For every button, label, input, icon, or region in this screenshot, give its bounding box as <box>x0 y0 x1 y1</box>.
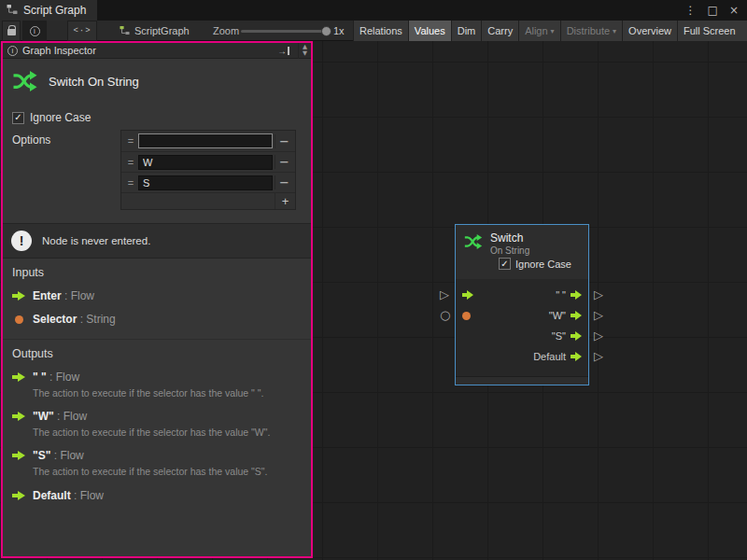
option-input-0[interactable] <box>138 133 273 148</box>
input-port-line: Enter : Flow <box>12 289 302 302</box>
switch-icon <box>463 231 484 252</box>
output-port-description: The action to execute if the selector ha… <box>33 426 302 439</box>
lock-button[interactable] <box>2 21 21 41</box>
node-port-row: Default <box>456 346 588 367</box>
toolbar: i <·> ScriptGraph Zoom 1x Relations Valu… <box>0 21 747 41</box>
node-footer <box>456 376 588 385</box>
script-graph-icon <box>7 4 18 18</box>
option-row: = − <box>121 172 295 192</box>
node-header: Switch On String ✓ Ignore Case <box>456 225 588 279</box>
output-port-line: "W" : Flow <box>12 410 302 423</box>
overview-button[interactable]: Overview <box>622 21 677 41</box>
relations-button[interactable]: Relations <box>353 21 408 41</box>
drag-handle-icon[interactable]: = <box>123 157 138 168</box>
code-icon: <·> <box>73 26 91 35</box>
node-output-label: Default <box>533 351 566 362</box>
options-list: = − = − = − + <box>120 130 296 210</box>
output-port-triangle-icon[interactable]: ▷ <box>594 350 603 362</box>
option-input-2[interactable] <box>138 175 273 190</box>
breadcrumb[interactable]: ScriptGraph <box>120 21 190 41</box>
option-row: = − <box>121 151 295 172</box>
inspector-title-row: Switch On String <box>3 59 311 105</box>
dock-icon[interactable]: → <box>277 46 293 56</box>
inputs-section: Inputs Enter : Flow Selector : String <box>3 259 311 340</box>
warning-box: ! Node is never entered. <box>3 223 311 259</box>
enter-port-triangle-icon[interactable]: ▷ <box>440 288 449 301</box>
inspector-header: i Graph Inspector → ▲ ▼ <box>3 43 311 59</box>
window-controls: ⋮ □ × <box>685 0 747 21</box>
input-port-line: Selector : String <box>12 313 302 326</box>
flow-port-icon <box>12 291 25 301</box>
remove-option-button[interactable]: − <box>275 175 293 189</box>
drag-handle-icon[interactable]: = <box>123 135 138 147</box>
flow-out-port-icon[interactable] <box>571 311 582 320</box>
flow-out-port-icon[interactable] <box>571 331 582 341</box>
node-ignore-case-checkbox[interactable]: ✓ <box>499 258 511 270</box>
flow-port-icon <box>12 491 25 500</box>
chevron-down-icon: ▾ <box>551 27 555 35</box>
outputs-header: Outputs <box>12 347 302 360</box>
ignore-case-label: Ignore Case <box>30 111 91 124</box>
selector-port-circle-icon[interactable]: ○ <box>440 309 450 321</box>
window-menu-icon[interactable]: ⋮ <box>685 5 697 16</box>
output-port-line: Default : Flow <box>12 489 302 502</box>
zoom-label: Zoom <box>213 25 239 36</box>
distribute-button[interactable]: Distribute▾ <box>560 21 622 41</box>
option-input-1[interactable] <box>138 155 273 170</box>
switch-icon <box>11 67 39 95</box>
node-output-label: " " <box>556 289 566 301</box>
node-body: " " "W" "S" Default <box>456 279 588 376</box>
ignore-case-checkbox[interactable]: ✓ <box>12 112 24 124</box>
fullscreen-button[interactable]: Full Screen <box>677 21 747 41</box>
output-port-triangle-icon[interactable]: ▷ <box>594 288 603 301</box>
graph-inspector-panel: i Graph Inspector → ▲ ▼ Switch On String… <box>1 41 313 558</box>
output-port-line: " " : Flow <box>12 371 302 384</box>
flow-port-icon <box>12 372 25 382</box>
flow-in-port-icon[interactable] <box>462 290 473 300</box>
remove-option-button[interactable]: − <box>275 134 293 148</box>
code-view-button[interactable]: <·> <box>67 21 97 41</box>
node-output-label: "S" <box>552 330 566 342</box>
flow-out-port-icon[interactable] <box>571 290 582 300</box>
graph-asset-icon <box>120 25 130 37</box>
scroll-down-icon: ▼ <box>303 50 307 57</box>
switch-on-string-node[interactable]: Switch On String ✓ Ignore Case " " "W" <box>455 224 589 385</box>
chevron-down-icon: ▾ <box>613 27 616 35</box>
output-port-description: The action to execute if the selector ha… <box>33 465 302 478</box>
check-icon: ✓ <box>500 259 508 269</box>
flow-out-port-icon[interactable] <box>571 352 582 361</box>
flow-port-icon <box>12 451 25 460</box>
outputs-section: Outputs " " : Flow The action to execute… <box>3 340 311 508</box>
carry-button[interactable]: Carry <box>481 21 518 41</box>
info-icon: i <box>7 46 18 56</box>
tab-script-graph[interactable]: Script Graph <box>0 0 97 21</box>
node-title: Switch <box>490 231 529 245</box>
node-port-row: "S" <box>456 326 588 346</box>
info-icon: i <box>30 26 40 36</box>
drag-handle-icon[interactable]: = <box>123 177 138 189</box>
tab-title: Script Graph <box>23 4 86 17</box>
add-option-button[interactable]: + <box>275 193 295 209</box>
value-in-port-icon[interactable] <box>462 312 471 320</box>
inspector-toggle-button[interactable]: i <box>22 21 47 41</box>
zoom-slider[interactable] <box>241 30 329 33</box>
scrollbar-arrows[interactable]: ▲ ▼ <box>298 43 311 59</box>
zoom-value: 1x <box>333 25 345 36</box>
node-output-label: "W" <box>549 310 566 321</box>
output-port-triangle-icon[interactable]: ▷ <box>594 309 603 321</box>
zoom-slider-knob[interactable] <box>321 26 331 36</box>
maximize-icon[interactable]: □ <box>708 5 718 16</box>
flow-port-icon <box>12 412 25 421</box>
close-icon[interactable]: × <box>729 5 739 16</box>
values-button[interactable]: Values <box>408 21 451 41</box>
output-port-description: The action to execute if the selector ha… <box>33 386 302 399</box>
toolbar-buttons: Relations Values Dim Carry Align▾ Distri… <box>353 21 747 41</box>
remove-option-button[interactable]: − <box>275 155 293 169</box>
options-label: Options <box>10 130 120 147</box>
output-port-triangle-icon[interactable]: ▷ <box>594 329 603 342</box>
breadcrumb-label: ScriptGraph <box>134 25 190 36</box>
lock-icon <box>7 29 16 35</box>
dim-button[interactable]: Dim <box>451 21 482 41</box>
align-button[interactable]: Align▾ <box>518 21 559 41</box>
value-port-icon <box>15 315 23 324</box>
